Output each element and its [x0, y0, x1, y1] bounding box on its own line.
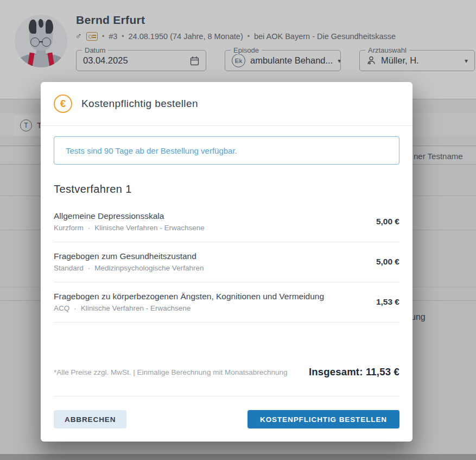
test-title: Fragebogen zu körperbezogenen Ängsten, K… — [54, 291, 324, 301]
separator-dot: · — [88, 224, 91, 232]
test-title: Fragebogen zum Gesundheitszustand — [54, 251, 204, 261]
availability-notice: Tests sind 90 Tage ab der Bestellung ver… — [54, 136, 399, 165]
euro-icon: € — [54, 94, 72, 113]
confirm-order-button[interactable]: KOSTENPFLICHTIG BESTELLEN — [247, 410, 399, 429]
list-item: Allgemeine Depressionsskala Kurzform·Kli… — [54, 202, 399, 242]
dialog-body: Tests sind 90 Tage ab der Bestellung ver… — [41, 126, 412, 396]
test-price: 1,53 € — [376, 297, 399, 307]
order-dialog: € Kostenpflichtig bestellen Tests sind 9… — [41, 82, 412, 442]
test-form: Standard — [54, 264, 84, 272]
test-form: Kurzform — [54, 224, 84, 232]
test-list: Allgemeine Depressionsskala Kurzform·Kli… — [54, 202, 399, 323]
test-category: Klinische Verfahren - Erwachsene — [81, 304, 191, 312]
test-title: Allgemeine Depressionsskala — [54, 211, 205, 221]
test-price: 5,00 € — [376, 217, 399, 226]
section-title: Testverfahren 1 — [54, 182, 399, 196]
test-category: Medizinpsychologische Verfahren — [94, 264, 204, 272]
total-value: 11,53 € — [366, 366, 399, 377]
summary-row: *Alle Preise zzgl. MwSt. | Einmalige Ber… — [54, 366, 399, 378]
separator-dot: · — [74, 304, 77, 312]
separator-dot: · — [88, 264, 91, 272]
list-item-text: Fragebogen zum Gesundheitszustand Standa… — [54, 251, 204, 273]
list-item-text: Allgemeine Depressionsskala Kurzform·Kli… — [54, 211, 205, 232]
test-category: Klinische Verfahren - Erwachsene — [94, 224, 205, 232]
test-form: ACQ — [54, 304, 69, 312]
dialog-header: € Kostenpflichtig bestellen — [41, 82, 412, 126]
test-subtitle: Kurzform·Klinische Verfahren - Erwachsen… — [54, 223, 205, 232]
test-subtitle: Standard·Medizinpsychologische Verfahren — [54, 263, 204, 273]
price-footnote: *Alle Preise zzgl. MwSt. | Einmalige Ber… — [54, 368, 287, 376]
total-amount: Insgesamt: 11,53 € — [309, 366, 399, 378]
list-item: Fragebogen zu körperbezogenen Ängsten, K… — [54, 282, 399, 323]
availability-notice-text: Tests sind 90 Tage ab der Bestellung ver… — [66, 146, 237, 155]
dialog-footer: ABBRECHEN KOSTENPFLICHTIG BESTELLEN — [41, 396, 412, 442]
list-item-text: Fragebogen zu körperbezogenen Ängsten, K… — [54, 291, 324, 313]
total-label: Insgesamt: — [309, 366, 363, 377]
list-item: Fragebogen zum Gesundheitszustand Standa… — [54, 242, 399, 282]
test-price: 5,00 € — [376, 257, 399, 267]
app-screen: Bernd Erfurt ♂ • #3 • 24.08.1950 (74 Jah… — [0, 0, 476, 460]
dialog-title: Kostenpflichtig bestellen — [81, 98, 198, 110]
cancel-button[interactable]: ABBRECHEN — [54, 410, 126, 429]
test-subtitle: ACQ·Klinische Verfahren - Erwachsene — [54, 304, 324, 313]
